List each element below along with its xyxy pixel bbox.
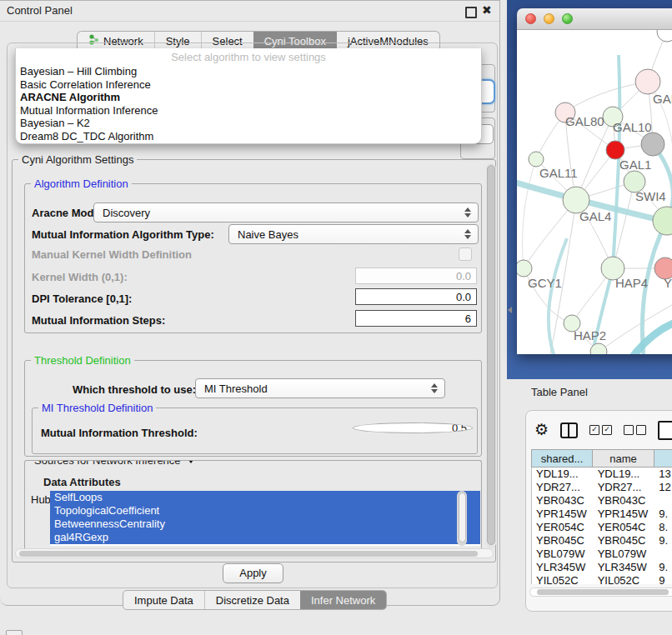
table-row[interactable]: YBR045CYBR045C9.: [532, 534, 672, 548]
settings-vertical-scrollbar-thumb[interactable]: [487, 165, 495, 545]
control-panel: Control Panel ✖ NetworkStyleSelectCyni T…: [0, 0, 500, 606]
mi-threshold-input[interactable]: [353, 422, 473, 433]
network-node[interactable]: [517, 260, 532, 277]
tab-label: Infer Network: [311, 594, 375, 607]
algorithm-definition-title: Algorithm Definition: [31, 178, 132, 190]
apply-button[interactable]: Apply: [223, 563, 283, 583]
document-icon[interactable]: [658, 421, 672, 440]
table-cell: 9.: [654, 534, 672, 548]
algorithm-option[interactable]: Bayesian – Hill Climbing: [18, 65, 479, 78]
table-horizontal-scrollbar[interactable]: [529, 588, 672, 597]
table-cell: YLR345W: [594, 561, 655, 574]
table-cell: YBR043C: [594, 494, 655, 508]
select-all-icon[interactable]: ✓ ✓: [589, 425, 612, 435]
attribute-item[interactable]: SelfLoops: [50, 491, 480, 504]
table-row[interactable]: YBL079WYBL079W: [532, 548, 672, 561]
unchecked-box-icon: [636, 425, 646, 435]
table-cell: YIL052C: [594, 574, 655, 584]
panel-splitter-arrow-icon[interactable]: [508, 307, 512, 313]
table-cell: YBR045C: [532, 534, 594, 548]
threshold-definition-title: Threshold Definition: [31, 354, 134, 367]
network-edge[interactable]: [549, 238, 567, 354]
table-cell: YER054C: [532, 521, 594, 534]
attribute-item[interactable]: TopologicalCoefficient: [50, 504, 480, 518]
settings-horizontal-scrollbar-thumb[interactable]: [19, 551, 478, 557]
table-row[interactable]: YIL052CYIL052C9: [532, 574, 672, 584]
network-node[interactable]: [641, 132, 664, 156]
dpi-tolerance-input[interactable]: [355, 288, 477, 305]
sources-group: Sources for Network Inference Data Attri…: [24, 460, 482, 549]
deselect-all-icon[interactable]: [624, 425, 646, 435]
column-header[interactable]: A: [654, 449, 672, 468]
zoom-window-icon[interactable]: [562, 13, 573, 24]
network-edge[interactable]: [523, 159, 536, 268]
network-edge[interactable]: [630, 318, 672, 354]
data-attributes-list[interactable]: SelfLoopsTopologicalCoefficientBetweenne…: [50, 491, 480, 546]
table-cell: YDR27...: [532, 481, 594, 494]
network-node[interactable]: [635, 69, 660, 94]
table-cell: 12: [654, 481, 672, 494]
settings-horizontal-scrollbar[interactable]: [15, 548, 494, 558]
algorithm-option[interactable]: Dream8 DC_TDC Algorithm: [18, 130, 479, 143]
algorithm-definition-group: Algorithm Definition Aracne Mode: Discov…: [24, 183, 482, 333]
checked-box-icon: ✓: [589, 425, 599, 435]
table-cell: 9.: [654, 561, 672, 574]
table-row[interactable]: YPR145WYPR145W9.: [532, 508, 672, 521]
algorithm-option[interactable]: Basic Correlation Inference: [18, 78, 479, 92]
attribute-item[interactable]: gal4RGexp: [50, 531, 480, 544]
node-label: GAL4: [579, 209, 611, 223]
network-canvas[interactable]: GALGAL80GAL10GAL11GAL1SWI4GAL4GCY1HAP4YH…: [517, 30, 672, 354]
minimize-window-icon[interactable]: [544, 13, 554, 24]
minimized-panel-icon[interactable]: [6, 630, 23, 635]
close-window-icon[interactable]: [525, 13, 536, 24]
manual-kernel-width-checkbox[interactable]: [459, 248, 472, 261]
cyni-bottom-tabbar: Impute DataDiscretize DataInfer Network: [123, 590, 387, 610]
tab-impute-data[interactable]: Impute Data: [123, 591, 204, 609]
network-view-panel: GALGAL80GAL10GAL11GAL1SWI4GAL4GCY1HAP4YH…: [507, 0, 672, 379]
tab-infer-network[interactable]: Infer Network: [300, 591, 386, 609]
table-row[interactable]: YLR345WYLR345W9.: [532, 561, 672, 574]
which-threshold-combobox[interactable]: MI Threshold: [195, 378, 445, 398]
node-label: GCY1: [528, 276, 562, 290]
sources-title[interactable]: Sources for Network Inference: [31, 460, 199, 467]
aracne-mode-combobox[interactable]: Discovery: [93, 202, 479, 222]
manual-kernel-width-label: Manual Kernel Width Definition: [32, 248, 192, 261]
close-icon[interactable]: ✖: [482, 3, 492, 17]
kernel-width-input[interactable]: [355, 268, 477, 284]
columns-icon[interactable]: [560, 422, 578, 438]
node-label: GAL10: [613, 120, 652, 134]
network-edge[interactable]: [565, 82, 648, 112]
mi-threshold-definition-group: MI Threshold Definition Mutual Informati…: [32, 408, 478, 454]
table-cell: YBR045C: [594, 534, 655, 548]
algorithm-option[interactable]: Mutual Information Inference: [18, 104, 479, 118]
table-row[interactable]: YDR27...YDR27...12: [532, 481, 672, 494]
settings-vertical-scrollbar[interactable]: [486, 163, 496, 548]
tab-discretize-data[interactable]: Discretize Data: [204, 591, 300, 609]
network-window-titlebar[interactable]: [517, 8, 672, 30]
column-header[interactable]: shared...: [531, 449, 593, 468]
threshold-definition-group: Threshold Definition Which threshold to …: [24, 360, 482, 457]
column-header[interactable]: name: [593, 449, 654, 468]
gear-icon[interactable]: ⚙: [534, 422, 549, 438]
algorithm-option[interactable]: ARACNE Algorithm: [18, 91, 479, 104]
table-cell: 9: [654, 574, 672, 584]
table-cell: YIL052C: [532, 574, 594, 584]
float-window-icon[interactable]: [465, 7, 477, 18]
table-cell: YLR345W: [532, 561, 594, 574]
algorithm-popup-options: Bayesian – Hill ClimbingBasic Correlatio…: [18, 65, 479, 143]
network-node[interactable]: [529, 152, 544, 167]
table-row[interactable]: YDL19...YDL19...13: [532, 468, 672, 481]
table-horizontal-scrollbar-thumb[interactable]: [537, 589, 669, 595]
attribute-item[interactable]: BetweennessCentrality: [50, 518, 480, 531]
network-node[interactable]: [606, 141, 624, 159]
algorithm-option[interactable]: Bayesian – K2: [18, 117, 479, 130]
network-node[interactable]: [657, 30, 672, 42]
attributes-scrollbar-thumb[interactable]: [459, 492, 466, 542]
mi-algorithm-type-combobox[interactable]: Naive Bayes: [228, 224, 479, 244]
table-row[interactable]: YBR043CYBR043C: [532, 494, 672, 508]
mi-steps-input[interactable]: [355, 310, 477, 327]
network-node[interactable]: [653, 207, 672, 235]
attributes-scrollbar[interactable]: [457, 491, 467, 546]
table-row[interactable]: YER054CYER054C8.: [532, 521, 672, 534]
node-label: GAL: [653, 92, 672, 106]
